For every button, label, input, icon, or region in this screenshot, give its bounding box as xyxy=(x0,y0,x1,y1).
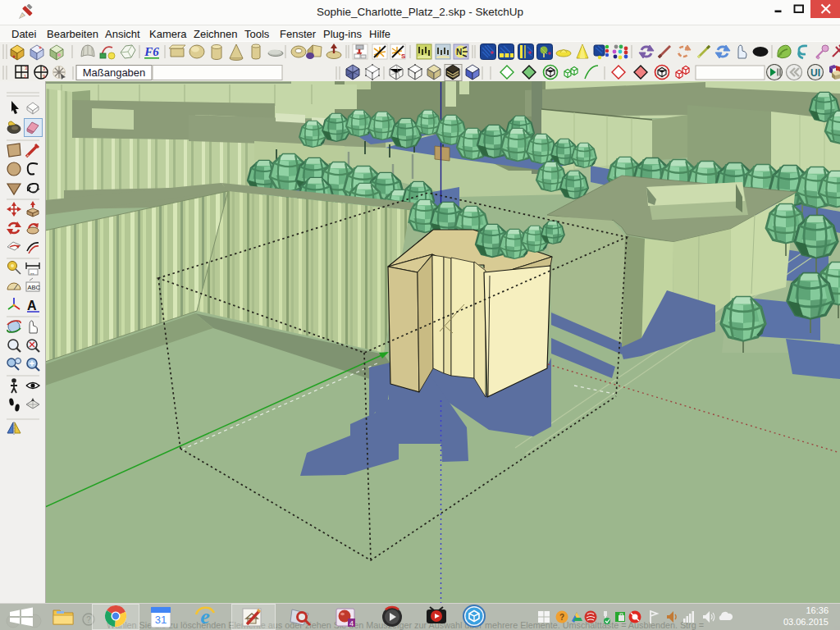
svg-text:A: A xyxy=(27,299,37,313)
svg-text:Maßangaben: Maßangaben xyxy=(83,66,146,79)
svg-text:ABC: ABC xyxy=(28,284,41,291)
svg-text:N: N xyxy=(456,48,462,57)
svg-text:31: 31 xyxy=(155,614,167,626)
svg-text:4: 4 xyxy=(349,619,354,628)
svg-text:?: ? xyxy=(559,613,564,622)
svg-text:F6: F6 xyxy=(144,45,159,58)
svg-text:UI: UI xyxy=(810,67,820,79)
svg-text:S: S xyxy=(401,52,406,60)
svg-text:↔: ↔ xyxy=(30,270,35,276)
